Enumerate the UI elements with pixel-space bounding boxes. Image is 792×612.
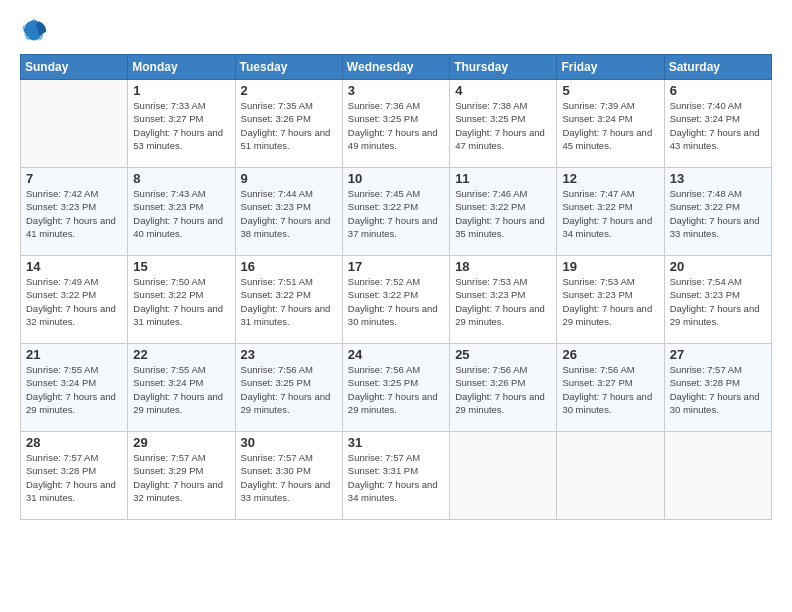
day-number: 11 [455, 171, 551, 186]
day-info: Sunrise: 7:56 AMSunset: 3:25 PMDaylight:… [241, 363, 337, 416]
calendar-cell: 7Sunrise: 7:42 AMSunset: 3:23 PMDaylight… [21, 168, 128, 256]
day-info: Sunrise: 7:57 AMSunset: 3:28 PMDaylight:… [26, 451, 122, 504]
calendar-cell: 5Sunrise: 7:39 AMSunset: 3:24 PMDaylight… [557, 80, 664, 168]
calendar-cell: 23Sunrise: 7:56 AMSunset: 3:25 PMDayligh… [235, 344, 342, 432]
calendar-cell: 4Sunrise: 7:38 AMSunset: 3:25 PMDaylight… [450, 80, 557, 168]
day-info: Sunrise: 7:56 AMSunset: 3:26 PMDaylight:… [455, 363, 551, 416]
calendar-cell: 14Sunrise: 7:49 AMSunset: 3:22 PMDayligh… [21, 256, 128, 344]
day-number: 12 [562, 171, 658, 186]
calendar-cell: 10Sunrise: 7:45 AMSunset: 3:22 PMDayligh… [342, 168, 449, 256]
day-number: 19 [562, 259, 658, 274]
day-number: 4 [455, 83, 551, 98]
day-info: Sunrise: 7:33 AMSunset: 3:27 PMDaylight:… [133, 99, 229, 152]
calendar-cell [21, 80, 128, 168]
day-number: 27 [670, 347, 766, 362]
day-number: 26 [562, 347, 658, 362]
day-number: 17 [348, 259, 444, 274]
day-info: Sunrise: 7:49 AMSunset: 3:22 PMDaylight:… [26, 275, 122, 328]
week-row-3: 21Sunrise: 7:55 AMSunset: 3:24 PMDayligh… [21, 344, 772, 432]
calendar-cell: 22Sunrise: 7:55 AMSunset: 3:24 PMDayligh… [128, 344, 235, 432]
day-number: 3 [348, 83, 444, 98]
calendar-cell: 12Sunrise: 7:47 AMSunset: 3:22 PMDayligh… [557, 168, 664, 256]
day-info: Sunrise: 7:39 AMSunset: 3:24 PMDaylight:… [562, 99, 658, 152]
calendar-cell: 1Sunrise: 7:33 AMSunset: 3:27 PMDaylight… [128, 80, 235, 168]
day-info: Sunrise: 7:54 AMSunset: 3:23 PMDaylight:… [670, 275, 766, 328]
day-info: Sunrise: 7:50 AMSunset: 3:22 PMDaylight:… [133, 275, 229, 328]
calendar-cell: 29Sunrise: 7:57 AMSunset: 3:29 PMDayligh… [128, 432, 235, 520]
weekday-header-monday: Monday [128, 55, 235, 80]
day-number: 23 [241, 347, 337, 362]
day-number: 10 [348, 171, 444, 186]
day-number: 14 [26, 259, 122, 274]
day-info: Sunrise: 7:42 AMSunset: 3:23 PMDaylight:… [26, 187, 122, 240]
weekday-header-row: SundayMondayTuesdayWednesdayThursdayFrid… [21, 55, 772, 80]
calendar-cell: 19Sunrise: 7:53 AMSunset: 3:23 PMDayligh… [557, 256, 664, 344]
calendar-cell: 28Sunrise: 7:57 AMSunset: 3:28 PMDayligh… [21, 432, 128, 520]
day-info: Sunrise: 7:36 AMSunset: 3:25 PMDaylight:… [348, 99, 444, 152]
day-info: Sunrise: 7:57 AMSunset: 3:29 PMDaylight:… [133, 451, 229, 504]
week-row-4: 28Sunrise: 7:57 AMSunset: 3:28 PMDayligh… [21, 432, 772, 520]
day-info: Sunrise: 7:57 AMSunset: 3:28 PMDaylight:… [670, 363, 766, 416]
day-info: Sunrise: 7:57 AMSunset: 3:30 PMDaylight:… [241, 451, 337, 504]
day-number: 13 [670, 171, 766, 186]
calendar-cell: 8Sunrise: 7:43 AMSunset: 3:23 PMDaylight… [128, 168, 235, 256]
week-row-2: 14Sunrise: 7:49 AMSunset: 3:22 PMDayligh… [21, 256, 772, 344]
calendar-cell: 27Sunrise: 7:57 AMSunset: 3:28 PMDayligh… [664, 344, 771, 432]
calendar-cell: 11Sunrise: 7:46 AMSunset: 3:22 PMDayligh… [450, 168, 557, 256]
day-number: 25 [455, 347, 551, 362]
calendar-cell [450, 432, 557, 520]
day-number: 16 [241, 259, 337, 274]
day-info: Sunrise: 7:56 AMSunset: 3:25 PMDaylight:… [348, 363, 444, 416]
day-number: 2 [241, 83, 337, 98]
day-info: Sunrise: 7:56 AMSunset: 3:27 PMDaylight:… [562, 363, 658, 416]
day-info: Sunrise: 7:52 AMSunset: 3:22 PMDaylight:… [348, 275, 444, 328]
logo-icon [20, 16, 48, 44]
header [20, 16, 772, 44]
calendar-cell: 24Sunrise: 7:56 AMSunset: 3:25 PMDayligh… [342, 344, 449, 432]
day-number: 30 [241, 435, 337, 450]
day-info: Sunrise: 7:45 AMSunset: 3:22 PMDaylight:… [348, 187, 444, 240]
weekday-header-tuesday: Tuesday [235, 55, 342, 80]
day-number: 28 [26, 435, 122, 450]
calendar-cell: 6Sunrise: 7:40 AMSunset: 3:24 PMDaylight… [664, 80, 771, 168]
day-info: Sunrise: 7:40 AMSunset: 3:24 PMDaylight:… [670, 99, 766, 152]
day-info: Sunrise: 7:48 AMSunset: 3:22 PMDaylight:… [670, 187, 766, 240]
day-number: 24 [348, 347, 444, 362]
day-number: 1 [133, 83, 229, 98]
calendar-cell [557, 432, 664, 520]
logo [20, 16, 50, 44]
day-info: Sunrise: 7:53 AMSunset: 3:23 PMDaylight:… [455, 275, 551, 328]
calendar-cell: 15Sunrise: 7:50 AMSunset: 3:22 PMDayligh… [128, 256, 235, 344]
day-number: 8 [133, 171, 229, 186]
week-row-1: 7Sunrise: 7:42 AMSunset: 3:23 PMDaylight… [21, 168, 772, 256]
day-number: 29 [133, 435, 229, 450]
day-number: 6 [670, 83, 766, 98]
day-info: Sunrise: 7:51 AMSunset: 3:22 PMDaylight:… [241, 275, 337, 328]
calendar-cell: 21Sunrise: 7:55 AMSunset: 3:24 PMDayligh… [21, 344, 128, 432]
calendar-cell: 13Sunrise: 7:48 AMSunset: 3:22 PMDayligh… [664, 168, 771, 256]
calendar-cell: 26Sunrise: 7:56 AMSunset: 3:27 PMDayligh… [557, 344, 664, 432]
calendar-cell: 25Sunrise: 7:56 AMSunset: 3:26 PMDayligh… [450, 344, 557, 432]
day-info: Sunrise: 7:53 AMSunset: 3:23 PMDaylight:… [562, 275, 658, 328]
day-info: Sunrise: 7:44 AMSunset: 3:23 PMDaylight:… [241, 187, 337, 240]
weekday-header-thursday: Thursday [450, 55, 557, 80]
day-info: Sunrise: 7:55 AMSunset: 3:24 PMDaylight:… [133, 363, 229, 416]
day-info: Sunrise: 7:47 AMSunset: 3:22 PMDaylight:… [562, 187, 658, 240]
calendar-cell: 2Sunrise: 7:35 AMSunset: 3:26 PMDaylight… [235, 80, 342, 168]
week-row-0: 1Sunrise: 7:33 AMSunset: 3:27 PMDaylight… [21, 80, 772, 168]
day-number: 5 [562, 83, 658, 98]
calendar-cell: 31Sunrise: 7:57 AMSunset: 3:31 PMDayligh… [342, 432, 449, 520]
day-info: Sunrise: 7:35 AMSunset: 3:26 PMDaylight:… [241, 99, 337, 152]
weekday-header-wednesday: Wednesday [342, 55, 449, 80]
day-info: Sunrise: 7:57 AMSunset: 3:31 PMDaylight:… [348, 451, 444, 504]
day-number: 21 [26, 347, 122, 362]
weekday-header-sunday: Sunday [21, 55, 128, 80]
calendar-cell: 16Sunrise: 7:51 AMSunset: 3:22 PMDayligh… [235, 256, 342, 344]
day-number: 22 [133, 347, 229, 362]
day-number: 31 [348, 435, 444, 450]
calendar-cell [664, 432, 771, 520]
weekday-header-saturday: Saturday [664, 55, 771, 80]
calendar-cell: 9Sunrise: 7:44 AMSunset: 3:23 PMDaylight… [235, 168, 342, 256]
day-info: Sunrise: 7:46 AMSunset: 3:22 PMDaylight:… [455, 187, 551, 240]
day-number: 18 [455, 259, 551, 274]
